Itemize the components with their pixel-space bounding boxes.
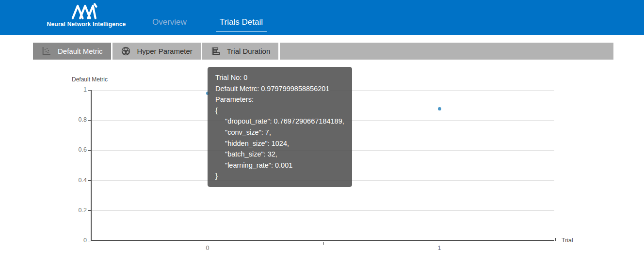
trial-tooltip: Trial No: 0Default Metrc: 0.979799985885…: [208, 67, 352, 187]
y-axis-tick-label: 0: [58, 237, 87, 244]
y-axis-tick: [88, 90, 91, 91]
trial-data-point[interactable]: [438, 107, 441, 110]
y-axis-tick-label: 0.8: [58, 116, 87, 123]
tooltip-line: Default Metrc: 0.9797999858856201: [215, 83, 344, 94]
tab-hyper-parameter[interactable]: Hyper Parameter: [113, 43, 201, 60]
tooltip-line: }: [215, 171, 344, 182]
y-axis-title: Default Metric: [72, 76, 108, 83]
nav-tab-overview[interactable]: Overview: [148, 17, 191, 31]
y-axis-tick-label: 0.2: [58, 207, 87, 214]
nav-tab-trials-detail[interactable]: Trials Detail: [216, 17, 267, 32]
tab-default-metric[interactable]: Default Metric: [33, 43, 111, 60]
x-axis-tick: [323, 242, 324, 245]
y-axis-tick: [88, 210, 91, 211]
x-axis-tick-label: 1: [425, 245, 454, 251]
x-axis-tick: [555, 238, 556, 241]
tooltip-line: Trial No: 0: [215, 72, 344, 83]
x-axis-title: Trial: [562, 237, 573, 244]
tooltip-line: {: [215, 105, 344, 116]
y-axis-tick: [88, 150, 91, 151]
tab-label: Hyper Parameter: [137, 47, 193, 55]
tab-label: Trial Duration: [227, 47, 270, 55]
tab-trial-duration[interactable]: Trial Duration: [202, 43, 278, 60]
y-gridline: [92, 210, 554, 211]
hyper-parameter-circles-icon: [121, 46, 131, 56]
tooltip-line: "conv_size": 7,: [215, 127, 344, 138]
tab-label: Default Metric: [58, 47, 103, 55]
tooltip-line: "batch_size": 32,: [215, 149, 344, 160]
scatter-chart-icon: [41, 46, 51, 56]
nni-trials-detail-page: Neural Network Intelligence Overview Tri…: [0, 0, 644, 266]
y-axis-tick-label: 0.6: [58, 146, 87, 153]
horizontal-bars-icon: [210, 46, 221, 56]
tooltip-line: "learning_rate": 0.001: [215, 160, 344, 171]
nni-logo[interactable]: Neural Network Intelligence: [43, 3, 130, 28]
y-axis-tick: [88, 120, 91, 121]
chart-tabbar: Default Metric Hyper Parameter Trial Dur…: [33, 43, 613, 60]
y-axis-tick-label: 0.4: [58, 177, 87, 184]
y-axis-tick-label: 1: [58, 86, 87, 93]
logo-title: Neural Network Intelligence: [47, 21, 126, 28]
tooltip-line: "dropout_rate": 0.7697290667184189,: [215, 116, 344, 127]
top-nav: Overview Trials Detail: [148, 17, 267, 32]
y-axis-tick: [88, 241, 91, 241]
tabbar-filler: [280, 43, 613, 60]
y-axis-tick: [88, 180, 91, 181]
tooltip-line: Parameters:: [215, 94, 344, 105]
app-header: Neural Network Intelligence Overview Tri…: [0, 0, 644, 35]
x-axis-tick-label: 0: [193, 245, 222, 251]
tooltip-line: "hidden_size": 1024,: [215, 138, 344, 149]
nni-logo-icon: [68, 3, 104, 19]
